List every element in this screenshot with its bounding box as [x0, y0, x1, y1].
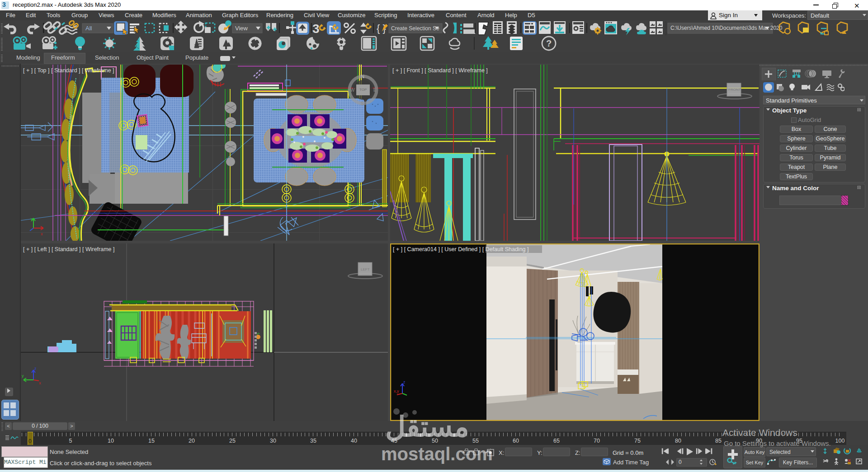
svg-text:[ + ] [ Camera014 ] [ User Def: [ + ] [ Camera014 ] [ User Defined ] [ D… — [393, 246, 529, 252]
svg-text:y: y — [22, 374, 24, 378]
svg-text:?: ? — [546, 38, 552, 48]
svg-text:[ + ] [ Left ] [ Standard ] [: [ + ] [ Left ] [ Standard ] [ Wireframe … — [23, 246, 115, 252]
svg-text:FRONT: FRONT — [728, 88, 741, 92]
svg-text:z: z — [34, 366, 37, 371]
svg-text:All: All — [85, 25, 92, 32]
svg-text:3: 3 — [312, 22, 320, 35]
svg-text:LEFT: LEFT — [361, 267, 370, 271]
svg-text:S: S — [361, 101, 364, 106]
svg-text:Create Selection Se: Create Selection Se — [391, 25, 439, 32]
svg-text:View: View — [235, 25, 248, 32]
svg-text:x: x — [39, 381, 41, 385]
svg-text:E: E — [373, 88, 377, 93]
svg-text:z: z — [403, 380, 406, 384]
svg-text:C:\Users\Ahmed 10\Documents\3d: C:\Users\Ahmed 10\Documents\3ds Max 2020 — [670, 25, 783, 31]
svg-text:TOP: TOP — [359, 88, 367, 92]
svg-text:y: y — [31, 217, 33, 221]
svg-text:W: W — [350, 88, 355, 93]
svg-text:[ + ] [ Top ] [ Standard ] [ W: [ + ] [ Top ] [ Standard ] [ Wireframe ] — [23, 67, 114, 74]
svg-text:x,y: x,y — [394, 389, 399, 393]
svg-text:x: x — [41, 232, 43, 236]
svg-text:[ + ] [ Front ] [ Standard ] [: [ + ] [ Front ] [ Standard ] [ Wireframe… — [392, 67, 488, 74]
svg-text:N: N — [361, 74, 364, 79]
